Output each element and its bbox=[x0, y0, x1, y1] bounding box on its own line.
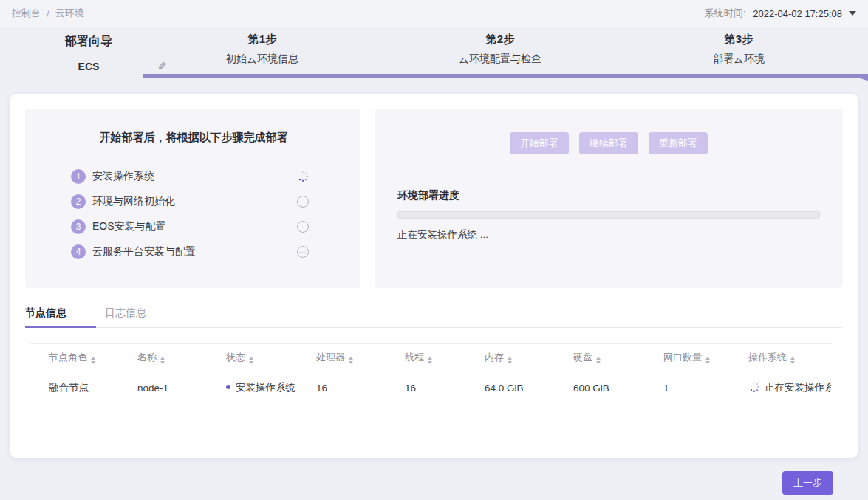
wizard-title: 部署向导 bbox=[44, 34, 133, 49]
col-name[interactable]: 名称 bbox=[118, 344, 207, 371]
wizard-title-block: 部署向导 ECS ✎ bbox=[44, 34, 133, 73]
progress-title: 环境部署进度 bbox=[397, 189, 820, 202]
col-cpu[interactable]: 处理器 bbox=[297, 344, 386, 371]
sort-icon[interactable] bbox=[349, 357, 353, 364]
deploy-step-item: 4 云服务平台安装与配置 ... bbox=[71, 239, 309, 264]
deploy-steps-title: 开始部署后，将根据以下步骤完成部署 bbox=[49, 131, 338, 145]
cell-disk: 600 GiB bbox=[554, 371, 644, 405]
sort-icon[interactable] bbox=[249, 357, 253, 364]
tab-node-info[interactable]: 节点信息 bbox=[25, 306, 66, 327]
step-number-badge: 2 bbox=[71, 194, 86, 209]
wizard-header: 部署向导 ECS ✎ 第1步 初始云环境信息 第2步 云环境配置与检查 第3步 … bbox=[0, 27, 868, 81]
table-row[interactable]: 融合节点 node-1 安装操作系统 16 16 64.0 GiB 600 Gi… bbox=[30, 371, 831, 405]
main-card: 开始部署后，将根据以下步骤完成部署 1 安装操作系统 bbox=[10, 94, 858, 458]
deploy-step-label: 云服务平台安装与配置 bbox=[92, 245, 196, 258]
col-label: 状态 bbox=[226, 352, 245, 363]
continue-deploy-button[interactable]: 继续部署 bbox=[579, 132, 638, 154]
deploy-step-item: 2 环境与网络初始化 ... bbox=[71, 189, 309, 214]
deploy-step-label: EOS安装与配置 bbox=[92, 220, 166, 233]
pending-ellipsis-icon: ... bbox=[297, 196, 309, 208]
breadcrumb-console[interactable]: 控制台 bbox=[12, 7, 41, 20]
os-status-text: 正在安装操作系统 bbox=[765, 382, 831, 393]
sort-icon[interactable] bbox=[160, 357, 165, 364]
edit-pencil-icon[interactable]: ✎ bbox=[157, 60, 167, 73]
sort-icon[interactable] bbox=[508, 357, 512, 364]
cell-name: node-1 bbox=[118, 371, 207, 405]
system-time: 系统时间: 2022-04-02 17:25:08 bbox=[705, 7, 856, 20]
deploy-progress-panel: 开始部署 继续部署 重新部署 环境部署进度 正在安装操作系统 ... bbox=[375, 109, 843, 288]
sort-icon[interactable] bbox=[705, 357, 710, 364]
col-label: 节点角色 bbox=[49, 352, 87, 363]
cell-nic-count: 1 bbox=[644, 371, 729, 405]
pending-ellipsis-icon: ... bbox=[297, 246, 309, 258]
cell-memory: 64.0 GiB bbox=[465, 371, 554, 405]
topbar: 控制台 / 云环境 系统时间: 2022-04-02 17:25:08 bbox=[0, 0, 868, 27]
breadcrumb: 控制台 / 云环境 bbox=[12, 7, 84, 20]
cell-cpu: 16 bbox=[297, 371, 386, 405]
status-dot-icon bbox=[226, 385, 230, 389]
node-table-wrapper: 节点角色 名称 状态 处理器 线程 内存 硬盘 网口数量 操作系统 融合节点 n bbox=[30, 343, 831, 404]
active-step-arrow bbox=[850, 75, 868, 85]
col-memory[interactable]: 内存 bbox=[465, 344, 554, 371]
sort-icon[interactable] bbox=[91, 357, 95, 364]
col-os[interactable]: 操作系统 bbox=[729, 344, 831, 371]
step-number: 第3步 bbox=[650, 32, 827, 47]
start-deploy-button[interactable]: 开始部署 bbox=[510, 132, 569, 154]
loading-spinner-icon bbox=[297, 171, 309, 182]
sort-icon[interactable] bbox=[428, 357, 432, 364]
wizard-env-name: ECS bbox=[78, 61, 100, 72]
deploy-step-item: 1 安装操作系统 bbox=[71, 164, 309, 189]
breadcrumb-separator: / bbox=[47, 8, 49, 19]
col-nic-count[interactable]: 网口数量 bbox=[644, 344, 729, 371]
step-label: 初始云环境信息 bbox=[174, 52, 351, 66]
loading-spinner-icon bbox=[748, 381, 760, 393]
col-label: 网口数量 bbox=[663, 352, 702, 363]
pending-ellipsis-icon: ... bbox=[297, 221, 309, 233]
deploy-step-label: 环境与网络初始化 bbox=[92, 195, 175, 208]
node-table: 节点角色 名称 状态 处理器 线程 内存 硬盘 网口数量 操作系统 融合节点 n bbox=[30, 343, 831, 404]
col-status[interactable]: 状态 bbox=[207, 344, 297, 371]
table-header-row: 节点角色 名称 状态 处理器 线程 内存 硬盘 网口数量 操作系统 bbox=[30, 344, 831, 371]
col-threads[interactable]: 线程 bbox=[386, 344, 465, 371]
col-label: 操作系统 bbox=[748, 352, 787, 363]
cell-node-role: 融合节点 bbox=[30, 371, 118, 405]
col-label: 处理器 bbox=[316, 352, 345, 363]
sort-icon[interactable] bbox=[790, 357, 795, 364]
step-number: 第1步 bbox=[174, 32, 351, 47]
cell-os: 正在安装操作系统 bbox=[729, 371, 831, 405]
step-number-badge: 1 bbox=[71, 169, 86, 184]
breadcrumb-cloud-env[interactable]: 云环境 bbox=[55, 7, 84, 20]
chevron-down-icon[interactable] bbox=[849, 11, 856, 16]
sort-icon[interactable] bbox=[596, 357, 601, 364]
wizard-step-1: 第1步 初始云环境信息 bbox=[174, 32, 351, 66]
col-label: 线程 bbox=[405, 352, 424, 363]
active-tab-underline bbox=[25, 326, 96, 328]
step-number-badge: 3 bbox=[71, 219, 86, 234]
wizard-step-3: 第3步 部署云环境 bbox=[650, 32, 827, 66]
step-label: 部署云环境 bbox=[650, 52, 827, 66]
deploy-step-item: 3 EOS安装与配置 ... bbox=[71, 214, 309, 239]
tab-log-info[interactable]: 日志信息 bbox=[105, 306, 146, 327]
col-label: 内存 bbox=[485, 352, 504, 363]
step-number-badge: 4 bbox=[71, 244, 86, 259]
deploy-steps-panel: 开始部署后，将根据以下步骤完成部署 1 安装操作系统 bbox=[25, 109, 360, 288]
spinner-svg bbox=[297, 171, 309, 182]
col-node-role[interactable]: 节点角色 bbox=[30, 344, 118, 371]
progress-status-text: 正在安装操作系统 ... bbox=[397, 228, 820, 242]
footer-actions: 上一步 bbox=[10, 458, 858, 495]
step-number: 第2步 bbox=[411, 32, 589, 47]
status-text: 安装操作系统 bbox=[236, 382, 295, 393]
redeploy-button[interactable]: 重新部署 bbox=[649, 132, 708, 154]
step-label: 云环境配置与检查 bbox=[411, 52, 589, 66]
previous-step-button[interactable]: 上一步 bbox=[782, 471, 833, 495]
tab-bar: 节点信息 日志信息 bbox=[25, 306, 843, 328]
col-label: 名称 bbox=[137, 352, 157, 363]
cell-status: 安装操作系统 bbox=[207, 371, 297, 405]
deploy-step-label: 安装操作系统 bbox=[92, 170, 154, 183]
progress-bar bbox=[397, 211, 820, 219]
col-label: 硬盘 bbox=[573, 352, 592, 363]
wizard-progress-line bbox=[143, 74, 868, 78]
system-time-value: 2022-04-02 17:25:08 bbox=[753, 8, 842, 19]
system-time-label: 系统时间: bbox=[705, 7, 746, 20]
col-disk[interactable]: 硬盘 bbox=[554, 344, 644, 371]
